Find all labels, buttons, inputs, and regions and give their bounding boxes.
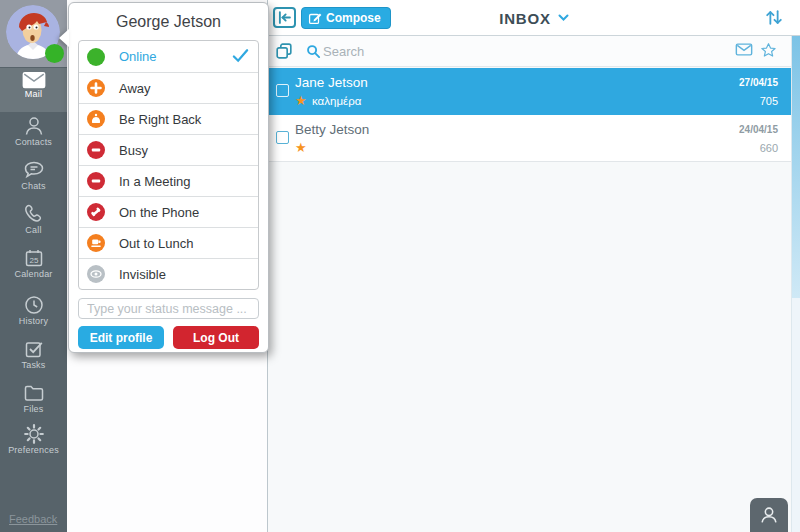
sidebar-item-label: Call <box>0 225 67 235</box>
select-all-icon[interactable] <box>274 41 294 65</box>
message-date: 27/04/15 <box>739 77 778 88</box>
chats-icon <box>0 158 67 182</box>
search-icon <box>306 44 321 59</box>
mark-read-envelope-icon[interactable] <box>735 42 753 58</box>
mail-toolbar: Compose INBOX <box>268 0 800 36</box>
message-checkbox[interactable] <box>276 84 289 97</box>
status-option-out-to-lunch[interactable]: Out to Lunch <box>79 227 258 258</box>
preferences-icon <box>0 422 67 446</box>
sidebar-item-label: Mail <box>0 89 67 99</box>
call-icon <box>0 202 67 226</box>
contacts-icon <box>0 114 67 138</box>
star-icon[interactable]: ★ <box>295 140 307 155</box>
sidebar-item-contacts[interactable]: Contacts <box>0 112 67 156</box>
avatar-block[interactable] <box>0 0 67 67</box>
message-count: 705 <box>760 95 778 107</box>
check-icon <box>232 48 249 67</box>
sidebar-item-preferences[interactable]: Preferences <box>0 420 67 464</box>
sidebar-item-label: Tasks <box>0 360 67 370</box>
search-bar <box>268 36 791 67</box>
status-option-busy[interactable]: Busy <box>79 134 258 165</box>
scrollbar[interactable] <box>791 36 800 532</box>
sidebar-item-chats[interactable]: Chats <box>0 156 67 200</box>
popover-arrow <box>59 29 69 47</box>
sidebar-item-tasks[interactable]: Tasks <box>0 335 67 379</box>
sidebar-item-label: Chats <box>0 181 67 191</box>
folder-title[interactable]: INBOX <box>499 10 551 27</box>
collapse-back-button[interactable] <box>273 7 296 28</box>
lunch-cup-icon <box>87 234 105 252</box>
sidebar-item-calendar[interactable]: 25 Calendar <box>0 244 67 288</box>
sidebar-item-label: Calendar <box>0 269 67 279</box>
calendar-day-number: 25 <box>29 256 38 265</box>
feedback-link[interactable]: Feedback <box>9 513 57 525</box>
person-icon <box>758 504 780 526</box>
message-sender: Betty Jetson <box>295 122 369 137</box>
star-filter-icon[interactable] <box>760 42 777 58</box>
search-input[interactable] <box>323 44 703 59</box>
message-subject: καλημέρα <box>312 95 361 107</box>
sidebar-item-label: Files <box>0 404 67 414</box>
status-option-online[interactable]: Online <box>79 41 258 72</box>
message-count: 660 <box>760 142 778 154</box>
online-status-icon <box>87 48 105 66</box>
compose-button[interactable]: Compose <box>301 7 391 29</box>
status-message-input[interactable] <box>78 298 259 319</box>
status-option-invisible[interactable]: Invisible <box>79 258 258 289</box>
message-checkbox[interactable] <box>276 131 289 144</box>
meeting-minus-icon <box>87 172 105 190</box>
status-list: Online Away Be Right Back Busy <box>78 40 259 290</box>
profile-name: George Jetson <box>69 3 268 40</box>
phone-status-icon <box>87 203 105 221</box>
compose-label: Compose <box>326 11 381 25</box>
status-option-away[interactable]: Away <box>79 72 258 103</box>
chevron-down-icon[interactable] <box>558 14 569 22</box>
busy-minus-icon <box>87 141 105 159</box>
mail-panel: Compose INBOX <box>268 0 800 532</box>
status-option-on-the-phone[interactable]: On the Phone <box>79 196 258 227</box>
files-icon <box>0 381 67 405</box>
sidebar-item-label: History <box>0 316 67 326</box>
history-icon <box>0 293 67 317</box>
log-out-button[interactable]: Log Out <box>173 326 259 349</box>
compose-icon <box>308 11 322 25</box>
star-icon[interactable]: ★ <box>295 93 307 108</box>
mail-icon <box>0 70 67 90</box>
profile-popover: George Jetson Online Away Be Right Back <box>68 2 269 353</box>
status-option-in-a-meeting[interactable]: In a Meeting <box>79 165 258 196</box>
edit-profile-button[interactable]: Edit profile <box>78 326 164 349</box>
scrollbar-thumb[interactable] <box>792 36 800 298</box>
message-sender: Jane Jetson <box>295 75 368 90</box>
away-status-icon <box>87 79 105 97</box>
message-row[interactable]: Jane Jetson 27/04/15 ★ καλημέρα 705 <box>268 68 791 115</box>
sidebar-item-label: Contacts <box>0 137 67 147</box>
sidebar-item-files[interactable]: Files <box>0 379 67 423</box>
sidebar-item-call[interactable]: Call <box>0 200 67 244</box>
sort-icon[interactable] <box>764 8 784 31</box>
calendar-icon: 25 <box>0 246 67 270</box>
back-arrow-icon <box>275 12 294 29</box>
tasks-icon <box>0 337 67 361</box>
eye-icon <box>87 265 105 283</box>
sidebar-item-label: Preferences <box>0 445 67 455</box>
sidebar-item-mail[interactable]: Mail <box>0 68 67 112</box>
status-option-be-right-back[interactable]: Be Right Back <box>79 103 258 134</box>
message-row[interactable]: Betty Jetson 24/04/15 ★ 660 <box>268 115 791 162</box>
sidebar-item-history[interactable]: History <box>0 291 67 335</box>
app-sidebar: Mail Contacts Chats Call 25 Calendar His… <box>0 0 67 532</box>
contacts-toggle-button[interactable] <box>750 498 788 532</box>
message-date: 24/04/15 <box>739 124 778 135</box>
kettle-icon <box>87 110 105 128</box>
